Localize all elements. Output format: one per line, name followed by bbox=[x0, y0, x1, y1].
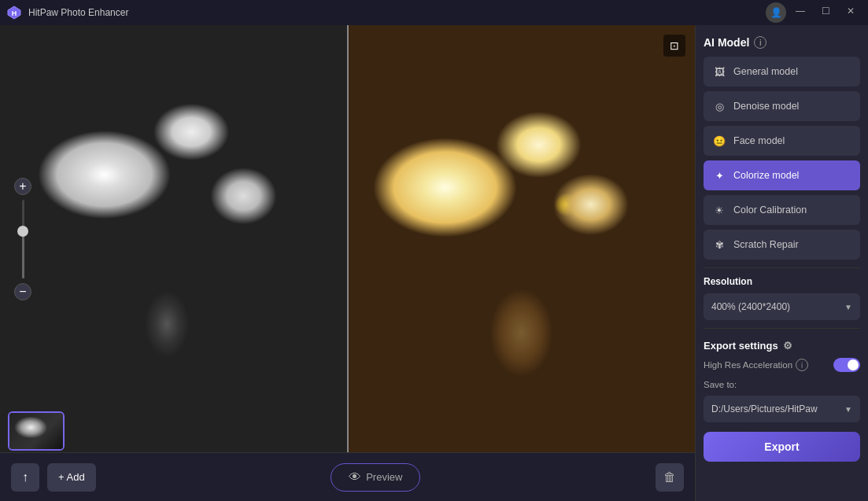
zoom-slider-fill bbox=[22, 231, 24, 278]
export-button[interactable]: Export bbox=[704, 432, 860, 462]
ai-model-info-icon[interactable]: i bbox=[754, 36, 766, 49]
zoom-slider-track[interactable] bbox=[22, 200, 24, 278]
resolution-value: 400% (2400*2400) bbox=[711, 301, 790, 312]
save-to-label: Save to: bbox=[704, 380, 860, 389]
user-avatar[interactable]: 👤 bbox=[766, 2, 786, 23]
section-divider-1 bbox=[704, 267, 860, 268]
ai-model-label: AI Model bbox=[704, 36, 749, 49]
toggle-thumb bbox=[848, 359, 859, 370]
scratch-repair-button[interactable]: ✾ Scratch Repair bbox=[704, 230, 860, 260]
image-container: ⊡ + − bbox=[0, 25, 695, 452]
canvas-area: ⊡ + − ↑ bbox=[0, 25, 695, 501]
eye-icon: 👁 bbox=[349, 470, 361, 484]
add-button[interactable]: + Add bbox=[47, 463, 96, 492]
colorize-model-button[interactable]: ✦ Colorize model bbox=[704, 160, 860, 190]
resolution-select[interactable]: 400% (2400*2400) ▼ bbox=[704, 293, 860, 320]
ai-model-title: AI Model i bbox=[704, 36, 860, 49]
maximize-button[interactable]: ☐ bbox=[814, 2, 837, 20]
thumbnail-item[interactable] bbox=[8, 411, 65, 451]
titlebar: H HitPaw Photo Enhancer 👤 — ☐ ✕ bbox=[0, 0, 868, 25]
preview-button[interactable]: 👁 Preview bbox=[331, 463, 420, 492]
denoise-model-button[interactable]: ◎ Denoise model bbox=[704, 91, 860, 121]
face-model-label: Face model bbox=[733, 135, 785, 146]
bottom-toolbar: ↑ + Add 👁 Preview 🗑 bbox=[0, 452, 695, 501]
general-model-button[interactable]: 🖼 General model bbox=[704, 57, 860, 87]
scratch-repair-label: Scratch Repair bbox=[733, 239, 799, 250]
zoom-controls: + − bbox=[14, 178, 31, 300]
app-logo: H bbox=[6, 5, 22, 20]
save-path-value: D:/Users/Pictures/HitPaw bbox=[711, 403, 818, 414]
color-calibration-button[interactable]: ☀ Color Calibration bbox=[704, 195, 860, 225]
thumbnails-strip bbox=[8, 411, 65, 451]
chevron-down-icon: ▼ bbox=[844, 303, 852, 311]
save-path-select[interactable]: D:/Users/Pictures/HitPaw ▼ bbox=[704, 396, 860, 422]
zoom-slider-thumb[interactable] bbox=[17, 226, 28, 237]
face-model-button[interactable]: 😐 Face model bbox=[704, 126, 860, 156]
before-image bbox=[0, 25, 348, 452]
path-chevron-icon: ▼ bbox=[844, 405, 852, 414]
resolution-label: Resolution bbox=[704, 276, 860, 287]
colorize-model-label: Colorize model bbox=[733, 170, 799, 181]
export-settings-header: Export settings ⚙ bbox=[704, 340, 860, 352]
color-roses-background bbox=[348, 25, 696, 452]
titlebar-controls: 👤 — ☐ ✕ bbox=[766, 2, 862, 23]
thumbnail-preview bbox=[9, 413, 63, 449]
preview-label: Preview bbox=[366, 471, 402, 483]
high-res-toggle[interactable] bbox=[833, 358, 860, 372]
minimize-button[interactable]: — bbox=[789, 2, 811, 20]
color-calibration-icon: ☀ bbox=[711, 202, 727, 218]
scratch-repair-icon: ✾ bbox=[711, 237, 727, 252]
upload-button[interactable]: ↑ bbox=[11, 463, 39, 492]
high-res-info-icon[interactable]: i bbox=[796, 359, 808, 371]
general-model-label: General model bbox=[733, 66, 798, 77]
zoom-out-button[interactable]: − bbox=[14, 283, 31, 300]
export-settings-label: Export settings bbox=[704, 340, 778, 352]
titlebar-left: H HitPaw Photo Enhancer bbox=[6, 5, 128, 20]
denoise-model-label: Denoise model bbox=[733, 101, 799, 112]
app-title: HitPaw Photo Enhancer bbox=[28, 7, 128, 18]
after-image bbox=[348, 25, 696, 452]
color-calibration-label: Color Calibration bbox=[733, 204, 807, 216]
face-model-icon: 😐 bbox=[711, 133, 727, 149]
colorize-model-icon: ✦ bbox=[711, 168, 727, 183]
high-res-label: High Res Acceleration bbox=[704, 360, 792, 370]
right-panel: AI Model i 🖼 General model ◎ Denoise mod… bbox=[695, 25, 868, 501]
high-res-row: High Res Acceleration i bbox=[704, 356, 860, 374]
svg-text:H: H bbox=[12, 9, 17, 17]
main-content: ⊡ + − ↑ bbox=[0, 25, 868, 501]
gear-icon[interactable]: ⚙ bbox=[783, 340, 792, 352]
general-model-icon: 🖼 bbox=[711, 64, 727, 79]
zoom-in-button[interactable]: + bbox=[14, 178, 31, 195]
denoise-model-icon: ◎ bbox=[711, 98, 727, 114]
section-divider-2 bbox=[704, 328, 860, 329]
crop-button[interactable]: ⊡ bbox=[663, 35, 685, 57]
high-res-label-container: High Res Acceleration i bbox=[704, 359, 808, 371]
delete-button[interactable]: 🗑 bbox=[656, 463, 684, 492]
bw-roses-background bbox=[0, 25, 348, 452]
image-divider bbox=[347, 25, 349, 452]
close-button[interactable]: ✕ bbox=[840, 2, 862, 20]
